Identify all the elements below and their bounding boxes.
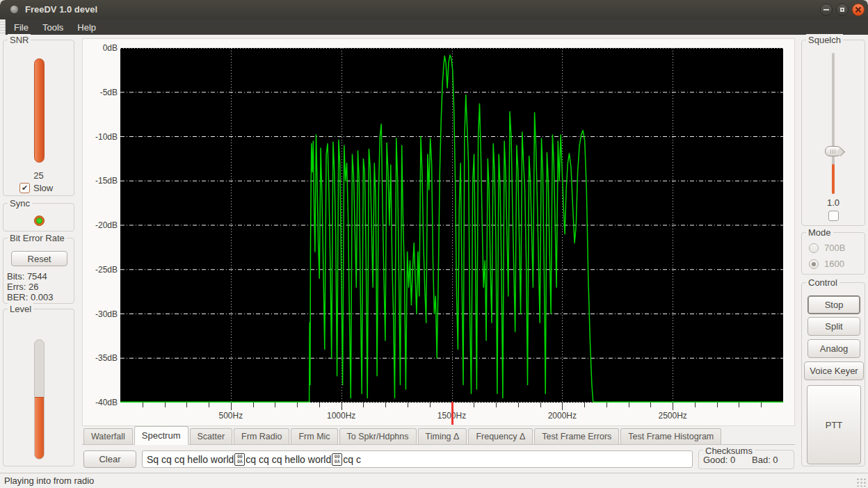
x-axis-minor-tick [297, 402, 298, 407]
x-axis-label: 1000Hz [317, 411, 366, 421]
clear-button[interactable]: Clear [83, 450, 136, 468]
sync-led-icon [34, 215, 45, 226]
x-axis-minor-tick [430, 402, 431, 407]
tab-to-spkr-hdphns[interactable]: To Spkr/Hdphns [339, 428, 417, 444]
ber-bits: Bits: 7544 [7, 271, 47, 282]
control-group: Control StopSplitAnalogVoice Keyer PTT [801, 282, 865, 466]
app-icon [10, 6, 18, 13]
spectrum-trace [120, 55, 783, 402]
close-button[interactable] [852, 3, 865, 16]
tab-spectrum[interactable]: Spectrum [134, 426, 188, 445]
x-axis-minor-tick [584, 402, 585, 407]
rx-text-segment: Sq cq cq hello world [147, 454, 234, 465]
snr-group-label: SNR [8, 34, 31, 46]
snr-value: 25 [3, 170, 74, 181]
ptt-button[interactable]: PTT [807, 385, 861, 464]
x-axis-minor-tick [717, 402, 718, 407]
y-axis-label: -30dB [84, 309, 118, 319]
ber-value: BER: 0.003 [7, 292, 54, 302]
center-frequency-cursor [451, 402, 453, 425]
window-controls [820, 3, 865, 16]
analog-button[interactable]: Analog [807, 339, 860, 358]
tab-frequency[interactable]: Frequency Δ [468, 428, 533, 444]
x-axis-minor-tick [319, 402, 320, 407]
x-axis-major-tick [562, 402, 563, 410]
freedv-window: FreeDV 1.0 devel FileToolsHelp SNR 25 ✔ … [0, 0, 868, 488]
voice-keyer-button[interactable]: Voice Keyer [804, 361, 864, 380]
rx-text-field[interactable]: Sq cq cq hello world000Acq cq cq hello w… [142, 450, 693, 468]
maximize-icon [840, 8, 844, 12]
checksums-good: Good: 0 [703, 455, 735, 465]
tab-test-frame-histogram[interactable]: Test Frame Histogram [620, 428, 721, 444]
menu-item-tools[interactable]: Tools [35, 21, 70, 34]
x-axis-minor-tick [143, 402, 143, 407]
tab-timing[interactable]: Timing Δ [418, 428, 467, 444]
mode-option-1600[interactable]: 1600 [809, 259, 844, 269]
menu-grip[interactable] [0, 19, 6, 35]
x-axis-minor-tick [209, 402, 209, 407]
maximize-button[interactable] [836, 3, 849, 16]
resize-grip[interactable] [856, 478, 866, 487]
x-axis-minor-tick [739, 402, 739, 407]
ber-errs: Errs: 26 [7, 282, 39, 292]
x-axis-minor-tick [186, 402, 187, 407]
x-axis-minor-tick [474, 402, 474, 407]
sync-group: Sync [3, 203, 74, 231]
tab-scatter[interactable]: Scatter [190, 428, 233, 444]
x-axis-minor-tick [761, 402, 762, 407]
tab-frm-radio[interactable]: Frm Radio [234, 428, 289, 444]
control-char-icon: 000A [332, 453, 342, 466]
window-title: FreeDV 1.0 devel [25, 4, 97, 15]
rx-text-segment: cq c [343, 454, 361, 465]
menu-bar: FileToolsHelp [0, 19, 868, 35]
ber-group-label: Bit Error Rate [8, 232, 67, 244]
minimize-button[interactable] [820, 3, 833, 16]
x-axis-minor-tick [518, 402, 519, 407]
x-axis-minor-tick [408, 402, 408, 407]
title-bar[interactable]: FreeDV 1.0 devel [0, 0, 868, 19]
tab-waterfall[interactable]: Waterfall [83, 428, 133, 444]
x-axis-label: 500Hz [207, 411, 255, 421]
level-meter-fill [34, 397, 45, 459]
x-axis-major-tick [231, 402, 232, 410]
x-axis-minor-tick [540, 402, 541, 407]
spectrum-panel: 0dB-5dB-10dB-15dB-20dB-25dB-30dB-35dB-40… [82, 38, 795, 426]
minimize-icon [823, 9, 829, 10]
reset-button[interactable]: Reset [11, 251, 67, 266]
tab-test-frame-errors[interactable]: Test Frame Errors [534, 428, 619, 444]
stop-button[interactable]: Stop [807, 295, 860, 314]
x-axis-label: 2500Hz [648, 411, 697, 421]
mode-option-700b[interactable]: 700B [809, 243, 845, 253]
x-axis-major-tick [673, 402, 673, 410]
checksums-group: Checksums Good: 0 Bad: 0 [698, 450, 794, 469]
squelch-slider-fill [832, 164, 835, 194]
x-axis-minor-tick [629, 402, 629, 407]
squelch-slider-handle[interactable] [825, 146, 842, 156]
split-button[interactable]: Split [807, 317, 860, 336]
y-axis-label: -5dB [84, 88, 118, 97]
x-axis-minor-tick [650, 402, 651, 407]
control-group-label: Control [806, 277, 839, 288]
mode-label-700b: 700B [824, 243, 845, 253]
bottom-row: Clear Sq cq cq hello world000Acq cq cq h… [82, 445, 796, 473]
mode-label-1600: 1600 [824, 259, 844, 269]
x-axis-minor-tick [363, 402, 364, 407]
menu-item-file[interactable]: File [7, 21, 35, 34]
squelch-value: 1.0 [802, 197, 865, 208]
spectrum-plot [120, 48, 783, 402]
y-axis-label: -35dB [84, 353, 118, 363]
menu-item-help[interactable]: Help [70, 21, 103, 34]
y-axis-label: -25dB [84, 265, 118, 275]
y-axis-label: -15dB [84, 176, 118, 186]
tab-frm-mic[interactable]: Frm Mic [291, 428, 337, 444]
level-group: Level [3, 309, 74, 466]
snr-meter [34, 58, 45, 163]
squelch-checkbox[interactable] [828, 211, 839, 221]
status-bar: Playing into from radio [0, 473, 868, 488]
snr-slow-checkbox[interactable]: ✔ [19, 183, 30, 193]
y-axis-label: -40dB [84, 398, 118, 407]
x-axis-minor-tick [695, 402, 696, 407]
bit-error-rate-group: Bit Error Rate Reset Bits: 7544 Errs: 26… [3, 238, 74, 304]
radio-icon-1600 [809, 259, 819, 269]
plot-tabs: WaterfallSpectrumScatterFrm RadioFrm Mic… [82, 426, 795, 445]
